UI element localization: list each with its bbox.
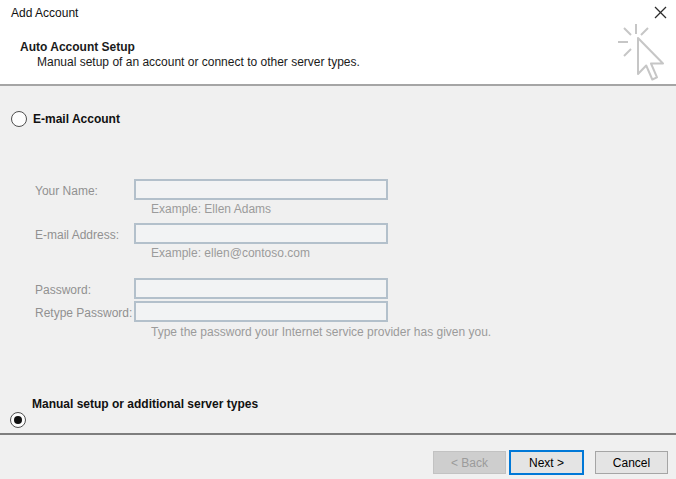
close-button[interactable] bbox=[650, 4, 670, 24]
add-account-dialog: Add Account Auto Account Setup Manual se… bbox=[0, 0, 676, 479]
radio-email-account-label[interactable]: E-mail Account bbox=[33, 112, 120, 126]
sparkle-cursor-icon bbox=[616, 22, 668, 87]
footer-divider bbox=[0, 433, 676, 435]
your-name-input bbox=[134, 179, 388, 200]
radio-manual-setup-label[interactable]: Manual setup or additional server types bbox=[32, 397, 258, 411]
password-hint: Type the password your Internet service … bbox=[151, 325, 491, 339]
next-button[interactable]: Next > bbox=[509, 450, 584, 475]
password-input bbox=[134, 278, 388, 299]
retype-password-label: Retype Password: bbox=[35, 306, 132, 320]
email-address-label: E-mail Address: bbox=[35, 228, 119, 242]
retype-password-input bbox=[134, 301, 388, 322]
your-name-label: Your Name: bbox=[35, 184, 98, 198]
your-name-hint: Example: Ellen Adams bbox=[151, 202, 271, 216]
email-address-input bbox=[134, 223, 388, 244]
close-icon bbox=[654, 6, 667, 22]
page-subtitle: Manual setup of an account or connect to… bbox=[37, 55, 360, 69]
cancel-button[interactable]: Cancel bbox=[595, 451, 668, 474]
email-address-hint: Example: ellen@contoso.com bbox=[151, 246, 310, 260]
radio-email-account[interactable] bbox=[11, 111, 27, 127]
radio-manual-setup[interactable] bbox=[10, 412, 26, 428]
back-button: < Back bbox=[433, 451, 506, 474]
page-title: Auto Account Setup bbox=[20, 40, 135, 54]
window-title: Add Account bbox=[11, 6, 78, 20]
password-label: Password: bbox=[35, 283, 91, 297]
